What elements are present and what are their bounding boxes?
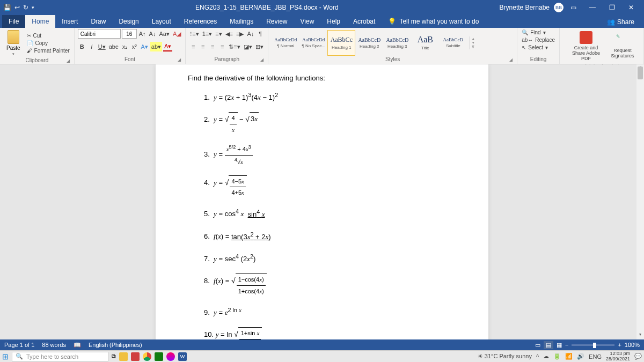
print-layout-icon[interactable]: ▤ [544,341,553,349]
font-size-select[interactable] [122,29,137,39]
tab-home[interactable]: Home [25,15,55,28]
multilevel-list-button[interactable]: ≡▾ [214,29,223,39]
clear-formatting-button[interactable]: A◢ [172,29,182,39]
line-spacing-button[interactable]: ⇅≡▾ [228,42,241,51]
shading-button[interactable]: ◪▾ [243,42,253,51]
scroll-down-icon[interactable]: ▾ [636,332,644,339]
numbering-button[interactable]: 1≡▾ [201,29,214,39]
language-indicator[interactable]: ENG [589,353,602,360]
find-button[interactable]: 🔍Find ▾ [521,29,546,36]
paste-button[interactable]: Paste ▾ [3,29,24,57]
language-indicator[interactable]: English (Philippines) [89,342,142,348]
zoom-in-button[interactable]: + [618,342,621,348]
request-signatures-button[interactable]: ✎ Request Signatures [609,34,636,58]
redo-icon[interactable]: ↻ [23,4,28,11]
style-item[interactable]: AaBbCcDHeading 2 [355,30,383,56]
align-right-button[interactable]: ≡ [208,42,217,51]
zoom-out-button[interactable]: − [565,342,568,348]
dialog-launcher-icon[interactable]: ◢ [67,58,70,63]
style-item[interactable]: AaBbCcDd¶ Normal [272,30,299,56]
tab-design[interactable]: Design [112,15,145,28]
user-account[interactable]: Brynette Bernabe BB [500,3,564,12]
chrome-icon[interactable] [143,352,151,361]
text-effects-button[interactable]: A▾ [140,42,149,51]
minimize-icon[interactable]: — [583,4,602,11]
spellcheck-icon[interactable]: 📖 [74,342,81,349]
superscript-button[interactable]: x² [130,42,138,51]
italic-button[interactable]: I [87,42,96,51]
justify-button[interactable]: ≡ [218,42,226,51]
wifi-icon[interactable]: 📶 [565,353,573,360]
font-family-select[interactable] [78,29,121,39]
word-icon[interactable]: W [178,352,187,361]
subscript-button[interactable]: x₂ [120,42,129,51]
bullets-button[interactable]: ⁝≡▾ [189,29,200,39]
bold-button[interactable]: B [78,42,86,51]
increase-indent-button[interactable]: ≡▶ [235,29,245,39]
zoom-slider[interactable] [572,344,614,346]
scroll-down-icon[interactable]: ▾ [470,41,477,45]
grow-font-button[interactable]: A↑ [138,29,147,39]
ribbon-display-icon[interactable]: ▭ [564,4,583,11]
show-marks-button[interactable]: ¶ [256,29,265,39]
tray-chevron-icon[interactable]: ^ [536,353,539,360]
tab-view[interactable]: View [294,15,321,28]
save-icon[interactable]: 💾 [3,4,11,11]
share-button[interactable]: 👥Share [603,16,639,28]
style-item[interactable]: AaBbCcDHeading 3 [383,30,411,56]
shrink-font-button[interactable]: A↓ [148,29,157,39]
page-indicator[interactable]: Page 1 of 1 [4,342,34,348]
qat-customize-icon[interactable]: ▾ [32,5,34,10]
task-view-icon[interactable]: ⧉ [112,353,116,360]
font-color-button[interactable]: A▾ [163,42,172,51]
scroll-up-icon[interactable]: ▴ [470,36,477,41]
app-icon[interactable] [131,352,140,361]
dialog-launcher-icon[interactable]: ◢ [260,57,264,62]
weather-widget[interactable]: ☀ 31°C Partly sunny [478,353,532,360]
battery-icon[interactable]: 🔋 [553,353,561,360]
word-count[interactable]: 88 words [42,342,66,348]
style-item[interactable]: AaBbCcDSubtitle [439,30,467,56]
style-item[interactable]: AaBbCcHeading 1 [327,30,355,56]
undo-icon[interactable]: ↩ [14,4,20,11]
highlight-button[interactable]: ab▾ [150,42,162,51]
decrease-indent-button[interactable]: ◀≡ [224,29,234,39]
tab-layout[interactable]: Layout [145,15,178,28]
borders-button[interactable]: ⊞▾ [254,42,265,51]
read-mode-icon[interactable]: ▭ [535,342,540,349]
align-left-button[interactable]: ≡ [189,42,197,51]
tab-help[interactable]: Help [320,15,347,28]
maximize-icon[interactable]: ❐ [602,4,621,11]
tab-draw[interactable]: Draw [84,15,112,28]
align-center-button[interactable]: ≡ [199,42,207,51]
select-button[interactable]: ↖Select ▾ [521,44,549,51]
copy-button[interactable]: 📄Copy [26,40,71,47]
volume-icon[interactable]: 🔊 [577,353,584,360]
notifications-icon[interactable]: 💬 [634,353,642,360]
style-item[interactable]: AaBbCcDd¶ No Spac... [299,30,327,56]
vertical-scrollbar[interactable]: ▴ ▾ [636,64,644,339]
taskbar-search[interactable]: 🔍Type here to search [12,352,108,361]
dialog-launcher-icon[interactable]: ◢ [509,57,513,62]
document-page[interactable]: Find the derivative of the following fun… [156,64,488,339]
xbox-icon[interactable] [155,352,163,361]
tab-mailings[interactable]: Mailings [223,15,260,28]
web-layout-icon[interactable]: ▦ [557,342,562,349]
clock[interactable]: 12:03 pm28/09/2021 [606,351,630,362]
tell-me-search[interactable]: 💡Tell me what you want to do [382,15,485,28]
scrollbar-thumb[interactable] [638,67,643,79]
cut-button[interactable]: ✂Cut [26,32,71,39]
strikethrough-button[interactable]: abc [108,42,120,51]
format-painter-button[interactable]: 🖌Format Painter [26,47,71,54]
close-icon[interactable]: ✕ [621,4,641,11]
zoom-handle[interactable] [593,343,596,348]
start-button[interactable]: ⊞ [2,352,9,361]
tab-insert[interactable]: Insert [55,15,84,28]
app-icon-2[interactable] [166,352,175,361]
explorer-icon[interactable] [119,352,128,361]
replace-button[interactable]: ab↔Replace [521,36,556,43]
sort-button[interactable]: A↓ [246,29,255,39]
create-pdf-button[interactable]: Create and Share Adobe PDF [567,31,605,61]
tab-review[interactable]: Review [260,15,294,28]
expand-gallery-icon[interactable]: ⊽ [470,45,477,49]
